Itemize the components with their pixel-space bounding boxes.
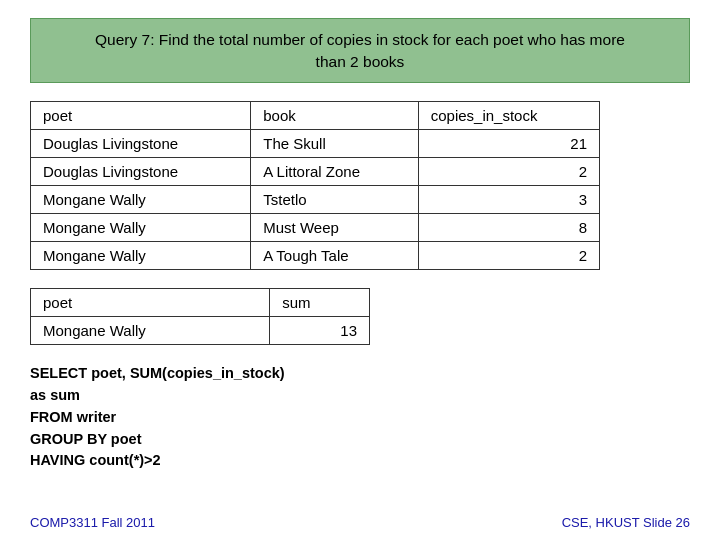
summary-table-header-row: poet sum <box>31 289 370 317</box>
query-header-line1: Query 7: Find the total number of copies… <box>95 31 625 48</box>
col-summary-sum: sum <box>270 289 370 317</box>
table-cell: A Littoral Zone <box>251 158 418 186</box>
table-cell: Mongane Wally <box>31 186 251 214</box>
col-book: book <box>251 102 418 130</box>
sql-line3: FROM writer <box>30 407 690 429</box>
summary-cell: 13 <box>270 317 370 345</box>
table-cell: 2 <box>418 242 599 270</box>
sql-line2: as sum <box>30 385 690 407</box>
table-cell: Mongane Wally <box>31 242 251 270</box>
table-row: Mongane WallyA Tough Tale2 <box>31 242 600 270</box>
table-cell: 8 <box>418 214 599 242</box>
summary-cell: Mongane Wally <box>31 317 270 345</box>
table-cell: Douglas Livingstone <box>31 130 251 158</box>
sql-line1: SELECT poet, SUM(copies_in_stock) <box>30 363 690 385</box>
col-summary-poet: poet <box>31 289 270 317</box>
table-row: Mongane WallyMust Weep8 <box>31 214 600 242</box>
main-table: poet book copies_in_stock Douglas Living… <box>30 101 600 270</box>
sql-line5: HAVING count(*)>2 <box>30 450 690 472</box>
table-row: Douglas LivingstoneA Littoral Zone2 <box>31 158 600 186</box>
main-table-header-row: poet book copies_in_stock <box>31 102 600 130</box>
sql-line4: GROUP BY poet <box>30 429 690 451</box>
summary-table: poet sum Mongane Wally13 <box>30 288 370 345</box>
query-header-line2: than 2 books <box>316 53 405 70</box>
table-cell: Must Weep <box>251 214 418 242</box>
footer-left: COMP3311 Fall 2011 <box>30 515 155 530</box>
table-cell: 2 <box>418 158 599 186</box>
table-cell: Douglas Livingstone <box>31 158 251 186</box>
table-cell: 3 <box>418 186 599 214</box>
col-copies: copies_in_stock <box>418 102 599 130</box>
table-row: Douglas LivingstoneThe Skull21 <box>31 130 600 158</box>
query-header: Query 7: Find the total number of copies… <box>30 18 690 83</box>
footer: COMP3311 Fall 2011 CSE, HKUST Slide 26 <box>30 515 690 530</box>
table-cell: Mongane Wally <box>31 214 251 242</box>
summary-row: Mongane Wally13 <box>31 317 370 345</box>
sql-block: SELECT poet, SUM(copies_in_stock) as sum… <box>30 363 690 472</box>
table-cell: Tstetlo <box>251 186 418 214</box>
table-cell: 21 <box>418 130 599 158</box>
col-poet: poet <box>31 102 251 130</box>
footer-right: CSE, HKUST Slide 26 <box>562 515 690 530</box>
table-cell: A Tough Tale <box>251 242 418 270</box>
table-cell: The Skull <box>251 130 418 158</box>
table-row: Mongane WallyTstetlo3 <box>31 186 600 214</box>
